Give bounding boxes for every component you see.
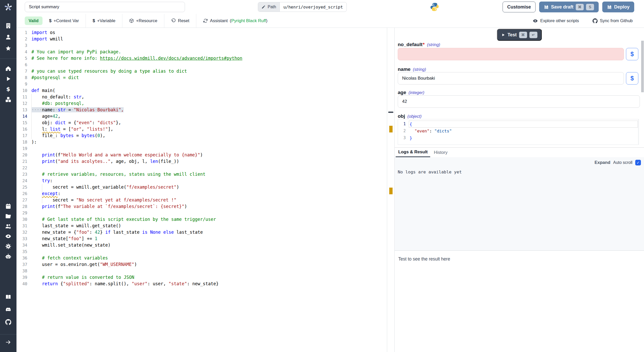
users-icon[interactable] bbox=[5, 34, 11, 40]
settings-icon[interactable] bbox=[5, 243, 11, 249]
runs-icon[interactable] bbox=[5, 76, 11, 82]
variables-icon[interactable]: $ bbox=[5, 86, 11, 92]
save-draft-button[interactable]: Save draft ⌘ S bbox=[539, 2, 599, 12]
svg-text:$: $ bbox=[6, 86, 10, 92]
sync-from-github-link[interactable]: Sync from Github bbox=[592, 18, 633, 23]
resources-icon[interactable] bbox=[5, 96, 11, 103]
json-editor-line[interactable]: 1{ bbox=[398, 121, 639, 128]
sidebar-group bbox=[0, 23, 16, 52]
auto-scroll-label: Auto scroll bbox=[613, 160, 632, 165]
code-line[interactable]: 24 try: bbox=[16, 178, 387, 184]
panel-splitter[interactable] bbox=[387, 28, 395, 352]
code-line[interactable]: 19 bbox=[16, 145, 387, 152]
name-input[interactable] bbox=[398, 72, 624, 85]
toolbar-variable-button[interactable]: $+Variable bbox=[86, 14, 122, 28]
age-input[interactable] bbox=[398, 95, 640, 108]
toolbar-assistant-button[interactable]: Assistant(Pyright Black Ruff) bbox=[196, 14, 274, 28]
current-line-border bbox=[409, 121, 638, 128]
topbar-actions: Customise Save draft ⌘ S Deploy bbox=[503, 2, 634, 12]
code-line[interactable]: 4# You can import any PyPi package. bbox=[16, 49, 387, 55]
ai-icon[interactable] bbox=[5, 253, 11, 259]
form-scrollbar[interactable] bbox=[641, 41, 644, 92]
expand-logs-button[interactable]: Expand bbox=[595, 160, 610, 165]
code-line[interactable]: 36 # fetch context variables bbox=[16, 255, 387, 261]
discord-icon[interactable] bbox=[5, 306, 11, 313]
code-line[interactable]: 12 #db: postgresql, bbox=[16, 100, 387, 107]
code-line[interactable]: 26 except: bbox=[16, 190, 387, 197]
schedules-icon[interactable] bbox=[5, 203, 11, 209]
deploy-button[interactable]: Deploy bbox=[602, 2, 634, 12]
windmill-logo-icon[interactable] bbox=[4, 3, 13, 12]
toolbar-resource-button[interactable]: +Resource bbox=[122, 14, 164, 28]
test-button[interactable]: Test ⌘ ↵ bbox=[497, 29, 542, 41]
code-line[interactable]: 31 last_state = wmill.get_state() bbox=[16, 223, 387, 229]
code-line[interactable]: 27 secret = "No secret yet at f/examples… bbox=[16, 197, 387, 203]
code-line[interactable]: 9 bbox=[16, 81, 387, 87]
code-line[interactable]: 6 bbox=[16, 62, 387, 68]
code-line[interactable]: 38 bbox=[16, 268, 387, 274]
splitter-drag-handle[interactable] bbox=[388, 112, 393, 113]
code-line[interactable]: 5# See here for more info: https://docs.… bbox=[16, 55, 387, 62]
json-editor-line[interactable]: 3} bbox=[398, 135, 639, 141]
code-line[interactable]: 11 no_default: str, bbox=[16, 94, 387, 100]
favorites-icon[interactable] bbox=[5, 45, 11, 52]
script-summary-input[interactable] bbox=[25, 2, 185, 12]
code-line[interactable]: 40 return {"splitted": name.split(), "us… bbox=[16, 281, 387, 287]
code-line[interactable]: 35 bbox=[16, 248, 387, 255]
audit-icon[interactable] bbox=[5, 233, 11, 239]
code-line[interactable]: 18): bbox=[16, 139, 387, 145]
code-line[interactable]: 22 bbox=[16, 165, 387, 171]
code-line[interactable]: 28 print(f"The variable at `f/examples/s… bbox=[16, 203, 387, 210]
obj-json-editor[interactable]: 1{2 "even": "dicts"3} bbox=[398, 119, 639, 145]
play-icon bbox=[501, 33, 505, 37]
tab-history[interactable]: History bbox=[431, 148, 450, 157]
field-label-obj: obj(object) bbox=[398, 113, 422, 119]
code-line[interactable]: 20 print(f"Hello World and a warm welcom… bbox=[16, 152, 387, 158]
code-line[interactable]: 2import wmill bbox=[16, 36, 387, 42]
github-icon[interactable] bbox=[5, 319, 11, 325]
code-line[interactable]: 25 secret = wmill.get_variable("f/exampl… bbox=[16, 184, 387, 190]
code-line[interactable]: 7# you can use typed resources by doing … bbox=[16, 68, 387, 74]
customise-button[interactable]: Customise bbox=[503, 2, 536, 12]
code-line[interactable]: 23 # retrieve variables, resources, stat… bbox=[16, 171, 387, 178]
result-panel: Test to see the result here bbox=[395, 250, 644, 352]
code-line[interactable]: 15 obj: dict = {"even": "dicts"}, bbox=[16, 120, 387, 126]
code-line[interactable]: 13····name:·str·=·"Nicolas·Bourbaki", bbox=[16, 107, 387, 113]
no-default-input[interactable] bbox=[398, 48, 624, 60]
result-placeholder-text: Test to see the result here bbox=[398, 256, 450, 262]
code-line[interactable]: 10def main( bbox=[16, 87, 387, 94]
code-editor[interactable]: 1import os2import wmill34# You can impor… bbox=[16, 28, 387, 352]
path-badge[interactable]: Path u/henri/overjoyed_script bbox=[258, 2, 347, 12]
code-line[interactable]: 34 wmill.set_state(new_state) bbox=[16, 242, 387, 248]
code-line[interactable]: 32 new_state = {"foo": 42} if last_state… bbox=[16, 229, 387, 236]
code-line[interactable]: 33 new_state["foo"] += 1 bbox=[16, 236, 387, 242]
json-editor-line[interactable]: 2 "even": "dicts" bbox=[398, 128, 639, 135]
field-label-name: name(string) bbox=[398, 66, 426, 72]
code-line[interactable]: 8#postgresql = dict bbox=[16, 74, 387, 81]
code-line[interactable]: 1import os bbox=[16, 29, 387, 36]
insert-variable-button[interactable]: $ bbox=[626, 72, 638, 85]
toolbar-reset-button[interactable]: Reset bbox=[164, 14, 196, 28]
code-line[interactable]: 30 # Get last state of this script execu… bbox=[16, 216, 387, 223]
tab-logs-result[interactable]: Logs & Result bbox=[396, 148, 430, 157]
code-line[interactable]: 37 user = os.environ.get("WM_USERNAME") bbox=[16, 261, 387, 268]
code-line[interactable]: 17 file_: bytes = bytes(0), bbox=[16, 132, 387, 139]
collapse-sidebar-icon[interactable] bbox=[5, 339, 11, 345]
docs-icon[interactable] bbox=[5, 294, 11, 300]
code-line[interactable]: 29 bbox=[16, 210, 387, 216]
insert-variable-button[interactable]: $ bbox=[626, 48, 638, 60]
code-line[interactable]: 14 age=42, bbox=[16, 113, 387, 120]
toolbar-contextvar-button[interactable]: $+Context Var bbox=[43, 14, 86, 28]
code-line[interactable]: 39 # return value is converted to JSON bbox=[16, 274, 387, 281]
groups-icon[interactable] bbox=[5, 223, 11, 229]
code-line[interactable]: 16 l: list = ["or", "lists!"], bbox=[16, 126, 387, 132]
folders-icon[interactable] bbox=[5, 213, 11, 219]
workspace-icon[interactable] bbox=[5, 23, 11, 29]
auto-scroll-checkbox[interactable]: ✓ bbox=[635, 160, 641, 165]
code-line[interactable]: 3 bbox=[16, 42, 387, 49]
dollar-icon: $ bbox=[49, 18, 52, 23]
code-line[interactable]: 21 print("and its acolytes..", age, obj,… bbox=[16, 158, 387, 165]
explore-other-scripts-link[interactable]: Explore other scripts bbox=[533, 18, 579, 23]
box-icon bbox=[129, 18, 134, 23]
home-icon[interactable] bbox=[5, 65, 11, 72]
